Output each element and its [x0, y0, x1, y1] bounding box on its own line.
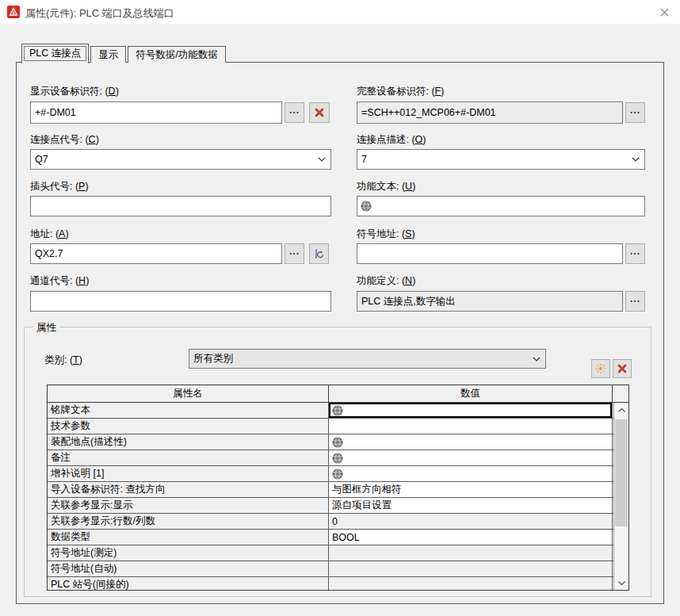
property-value-text: 与图框方向相符	[332, 483, 402, 496]
scroll-up-icon[interactable]	[614, 403, 628, 418]
device-tag-delete-button[interactable]	[309, 102, 330, 123]
property-value-cell[interactable]: 源自项目设置	[329, 498, 613, 513]
properties-groupbox: 属性 类别: (T) 所有类别 属性名 数值 铭牌文本技术参数装配地点(描述性)…	[24, 327, 651, 597]
property-name-cell[interactable]: 导入设备标识符: 查找方向	[48, 482, 329, 497]
property-name-cell[interactable]: 装配地点(描述性)	[48, 434, 329, 450]
property-value-cell[interactable]	[329, 403, 613, 418]
property-value-cell[interactable]	[329, 450, 613, 465]
table-header: 属性名 数值	[48, 385, 628, 403]
eplan-logo-icon	[7, 6, 20, 18]
property-value-cell[interactable]	[329, 466, 613, 481]
full-device-tag-label: 完整设备标识符: (F)	[357, 85, 444, 98]
table-row[interactable]: PLC 站号(间接的)	[48, 577, 628, 591]
category-label: 类别: (T)	[44, 354, 82, 366]
table-row[interactable]: 关联参考显示:行数/列数0	[48, 514, 628, 530]
address-label: 地址: (A)	[30, 228, 69, 240]
table-row[interactable]: 铭牌文本	[48, 403, 628, 419]
function-text-field[interactable]	[357, 196, 645, 216]
function-definition-label: 功能定义: (N)	[357, 274, 415, 287]
globe-icon	[332, 437, 343, 448]
column-header-property-name[interactable]: 属性名	[48, 385, 329, 402]
property-name-cell[interactable]: 符号地址(自动)	[48, 561, 329, 576]
function-definition-input[interactable]	[357, 291, 623, 312]
channel-code-label: 通道代号: (H)	[30, 274, 89, 287]
scrollbar-thumb[interactable]	[615, 419, 628, 526]
property-value-cell[interactable]	[329, 419, 613, 434]
address-numbering-button[interactable]	[309, 243, 329, 264]
table-row[interactable]: 导入设备标识符: 查找方向与图框方向相符	[48, 482, 628, 498]
function-text-input[interactable]	[357, 196, 645, 216]
symbolic-address-more-button[interactable]: ...	[625, 243, 645, 264]
property-name-cell[interactable]: 数据类型	[48, 530, 329, 545]
table-row[interactable]: 增补说明 [1]	[48, 466, 628, 482]
tab-display[interactable]: 显示	[90, 46, 126, 63]
property-name-cell[interactable]: 符号地址(测定)	[48, 545, 329, 561]
address-numbering-icon	[314, 248, 325, 259]
table-row[interactable]: 关联参考显示:显示源自项目设置	[48, 498, 628, 514]
tab-symbol-function-data[interactable]: 符号数据/功能数据	[128, 46, 225, 63]
globe-icon	[332, 453, 343, 464]
property-name-cell[interactable]: 关联参考显示:行数/列数	[48, 514, 329, 529]
connection-point-label: 连接点代号: (C)	[30, 133, 99, 146]
chevron-down-icon	[532, 357, 541, 362]
connection-point-combobox[interactable]: Q7	[30, 149, 331, 170]
scroll-down-icon[interactable]	[614, 576, 628, 591]
title-bar: 属性(元件): PLC 端口及总线端口	[0, 0, 680, 24]
sun-new-icon	[595, 363, 606, 374]
full-device-tag-input[interactable]	[357, 101, 623, 124]
table-row[interactable]: 符号地址(自动)	[48, 561, 628, 577]
table-row[interactable]: 数据类型BOOL	[48, 530, 628, 545]
tab-strip: PLC 连接点 显示 符号数据/功能数据	[21, 43, 226, 63]
delete-x-icon	[617, 364, 627, 373]
connection-desc-combobox[interactable]: 7	[357, 149, 645, 170]
device-tag-more-button[interactable]: ...	[285, 102, 304, 123]
chevron-down-icon	[317, 157, 327, 162]
device-tag-label: 显示设备标识符: (D)	[30, 85, 119, 98]
globe-icon	[361, 201, 372, 212]
device-tag-input[interactable]	[30, 101, 282, 124]
properties-table: 属性名 数值 铭牌文本技术参数装配地点(描述性)备注增补说明 [1]导入设备标识…	[47, 385, 629, 591]
property-name-cell[interactable]: PLC 站号(间接的)	[48, 577, 329, 591]
symbolic-address-input[interactable]	[357, 243, 623, 264]
function-text-label: 功能文本: (U)	[357, 180, 415, 193]
tab-plc-connection-point[interactable]: PLC 连接点	[21, 44, 89, 63]
plug-code-label: 插头代号: (P)	[30, 180, 89, 193]
property-name-cell[interactable]: 关联参考显示:显示	[48, 498, 329, 513]
connection-desc-label: 连接点描述: (O)	[357, 133, 426, 146]
property-name-cell[interactable]: 技术参数	[48, 419, 329, 434]
property-value-cell[interactable]	[329, 577, 613, 591]
table-row[interactable]: 装配地点(描述性)	[48, 434, 628, 450]
address-more-button[interactable]: ...	[285, 243, 304, 264]
delete-x-icon	[315, 108, 324, 117]
close-icon[interactable]	[656, 5, 672, 19]
address-input[interactable]	[30, 243, 282, 264]
table-row[interactable]: 备注	[48, 450, 628, 466]
table-row[interactable]: 符号地址(测定)	[48, 545, 628, 561]
dialog-title: 属性(元件): PLC 端口及总线端口	[25, 6, 174, 21]
plug-code-input[interactable]	[30, 196, 331, 216]
chevron-down-icon	[631, 157, 640, 162]
property-name-cell[interactable]: 增补说明 [1]	[48, 466, 329, 481]
globe-icon	[332, 405, 343, 416]
property-value-cell[interactable]	[329, 545, 613, 561]
column-header-value[interactable]: 数值	[329, 385, 613, 402]
properties-dialog: 属性(元件): PLC 端口及总线端口 PLC 连接点 显示 符号数据/功能数据…	[0, 0, 680, 616]
channel-code-input[interactable]	[30, 291, 331, 312]
function-definition-more-button[interactable]: ...	[625, 291, 645, 312]
category-combobox[interactable]: 所有类别	[189, 349, 546, 369]
property-value-cell[interactable]	[329, 434, 613, 450]
table-row[interactable]: 技术参数	[48, 419, 628, 434]
property-name-cell[interactable]: 铭牌文本	[48, 403, 329, 418]
new-property-button[interactable]	[591, 359, 610, 378]
full-device-tag-more-button[interactable]: ...	[625, 102, 645, 123]
property-value-cell[interactable]	[329, 561, 613, 576]
property-value-text: 源自项目设置	[332, 499, 392, 512]
property-value-cell[interactable]: 0	[329, 514, 613, 529]
symbolic-address-label: 符号地址: (S)	[357, 228, 415, 240]
property-name-cell[interactable]: 备注	[48, 450, 329, 465]
delete-property-button[interactable]	[613, 359, 632, 378]
property-value-cell[interactable]: BOOL	[329, 530, 613, 545]
properties-group-title: 属性	[33, 321, 59, 335]
property-value-cell[interactable]: 与图框方向相符	[329, 482, 613, 497]
vertical-scrollbar[interactable]	[613, 403, 628, 591]
